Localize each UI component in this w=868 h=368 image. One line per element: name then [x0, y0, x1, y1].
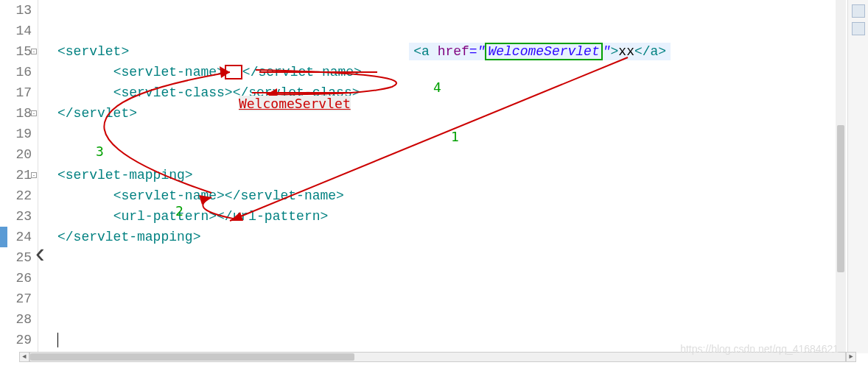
anchor-snippet: <a href="WelcomeServlet">xx</a> [409, 43, 671, 60]
line-number: 23 [0, 206, 32, 227]
annotation-1: 1 [451, 129, 459, 144]
change-marker-icon [0, 227, 7, 247]
code-line: <servlet-mapping> [57, 165, 868, 185]
code-line: </servlet> [57, 103, 868, 124]
line-number: 18- [0, 103, 32, 124]
welcome-servlet-annotation: WelcomeServlet [239, 96, 351, 111]
text-cursor [57, 333, 58, 347]
code-line [57, 144, 868, 165]
code-line [57, 309, 868, 330]
fold-marker-icon[interactable]: - [31, 49, 37, 54]
line-number: 21- [0, 165, 32, 185]
line-number: 14 [0, 21, 32, 41]
properties-icon[interactable] [852, 22, 865, 35]
line-gutter: 13 14 15- 16 17 18- 19 20 21- 22 23 24 2… [0, 0, 38, 353]
right-tool-panel [847, 0, 868, 353]
line-number: 22 [0, 185, 32, 206]
code-line: <servlet><a href="WelcomeServlet">xx</a> [57, 41, 868, 62]
scrollbar-thumb[interactable] [837, 125, 844, 272]
fold-marker-icon[interactable]: - [31, 172, 37, 178]
line-number: 27 [0, 289, 32, 309]
code-line [57, 124, 868, 144]
line-number: 28 [0, 309, 32, 330]
line-number: 29 [0, 330, 32, 350]
fold-marker-icon[interactable]: - [31, 110, 37, 116]
annotation-4: 4 [433, 79, 441, 95]
watermark: https://blog.csdn.net/qq_41684621 [680, 343, 839, 355]
annotation-2: 2 [175, 203, 183, 219]
vertical-scrollbar[interactable] [836, 0, 846, 353]
line-number: 20 [0, 144, 32, 165]
code-editor[interactable]: 13 14 15- 16 17 18- 19 20 21- 22 23 24 2… [0, 0, 868, 353]
line-number: 26 [0, 268, 32, 289]
annotation-3: 3 [96, 144, 104, 159]
scroll-left-icon[interactable]: ◄ [19, 352, 29, 362]
code-line: </servlet-mapping> [57, 227, 868, 247]
code-content[interactable]: <servlet><a href="WelcomeServlet">xx</a>… [38, 0, 868, 353]
line-number: 19 [0, 124, 32, 144]
code-line [57, 21, 868, 41]
code-line [57, 268, 868, 289]
code-line [57, 247, 868, 268]
line-number: 17 [0, 82, 32, 103]
back-caret-icon: ‹ [35, 243, 45, 263]
outline-icon[interactable] [852, 4, 865, 18]
scrollbar-thumb[interactable] [30, 353, 354, 361]
code-line: <servlet-class></servlet-class> [57, 82, 868, 103]
line-number: 24 [0, 227, 32, 247]
line-number: 13 [0, 0, 32, 21]
code-line [57, 0, 868, 21]
line-number: 25 [0, 247, 32, 268]
code-line [57, 289, 868, 309]
scroll-right-icon[interactable]: ► [846, 352, 856, 362]
line-number: 16 [0, 62, 32, 82]
line-number: 15- [0, 41, 32, 62]
code-line: <servlet-name></servlet-name> [57, 62, 868, 82]
